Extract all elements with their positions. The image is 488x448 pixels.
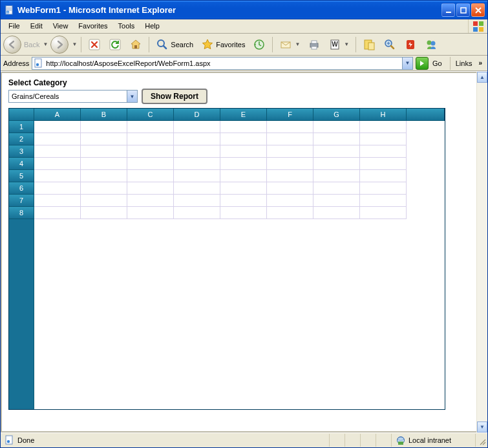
row-header[interactable]: 3	[9, 145, 34, 158]
cell[interactable]	[34, 158, 81, 170]
category-select[interactable]: Grains/Cereals ▼	[8, 90, 138, 103]
col-header-e[interactable]: E	[220, 109, 267, 121]
row-header[interactable]: 7	[9, 195, 34, 207]
refresh-button[interactable]	[106, 37, 124, 52]
java-button[interactable]	[401, 37, 419, 52]
cell[interactable]	[360, 182, 407, 195]
show-report-button[interactable]: Show Report	[142, 89, 207, 104]
forward-button[interactable]	[50, 36, 69, 54]
col-header-a[interactable]: A	[34, 109, 81, 121]
cell[interactable]	[127, 170, 174, 182]
research-button[interactable]	[381, 37, 399, 52]
cell[interactable]	[360, 145, 407, 158]
links-chevron-icon[interactable]: »	[476, 59, 485, 67]
stop-button[interactable]	[85, 37, 103, 52]
cell[interactable]	[220, 207, 267, 219]
menu-edit[interactable]: Edit	[25, 19, 48, 33]
cell[interactable]	[174, 158, 220, 170]
cell[interactable]	[313, 182, 360, 195]
cell[interactable]	[34, 145, 81, 158]
col-header-c[interactable]: C	[127, 109, 174, 121]
col-header-f[interactable]: F	[267, 109, 313, 121]
cell[interactable]	[81, 170, 127, 182]
row-header[interactable]: 4	[9, 158, 34, 170]
col-header-blank[interactable]	[407, 109, 445, 121]
cell[interactable]	[220, 170, 267, 182]
cell[interactable]	[174, 195, 220, 207]
cell[interactable]	[174, 170, 220, 182]
cell[interactable]	[313, 195, 360, 207]
cell[interactable]	[81, 133, 127, 145]
cell[interactable]	[360, 121, 407, 133]
edit-button[interactable]: W ▼	[326, 37, 352, 52]
cell[interactable]	[313, 121, 360, 133]
col-header-h[interactable]: H	[360, 109, 407, 121]
cell[interactable]	[267, 170, 313, 182]
cell[interactable]	[127, 207, 174, 219]
cell[interactable]	[127, 121, 174, 133]
cell[interactable]	[313, 207, 360, 219]
menu-help[interactable]: Help	[140, 19, 165, 33]
cell[interactable]	[34, 170, 81, 182]
cell[interactable]	[34, 133, 81, 145]
cell[interactable]	[267, 195, 313, 207]
maximize-button[interactable]	[456, 3, 470, 17]
messenger-button[interactable]	[422, 37, 440, 52]
sheet-corner[interactable]	[9, 109, 34, 121]
favorites-button[interactable]: Favorites	[198, 37, 248, 52]
select-dropdown-icon[interactable]: ▼	[127, 91, 137, 102]
links-label[interactable]: Links	[454, 59, 474, 67]
forward-dropdown-icon[interactable]: ▼	[72, 41, 77, 47]
address-dropdown-icon[interactable]: ▼	[402, 58, 412, 69]
resize-grip-icon[interactable]	[476, 434, 487, 447]
row-header[interactable]: 8	[9, 207, 34, 219]
row-header[interactable]: 6	[9, 182, 34, 195]
cell[interactable]	[81, 195, 127, 207]
cell[interactable]	[360, 133, 407, 145]
row-header[interactable]: 1	[9, 121, 34, 133]
cell[interactable]	[127, 133, 174, 145]
cell[interactable]	[267, 158, 313, 170]
close-button[interactable]	[471, 3, 485, 17]
cell[interactable]	[313, 158, 360, 170]
cell[interactable]	[267, 121, 313, 133]
cell[interactable]	[81, 145, 127, 158]
cell[interactable]	[267, 182, 313, 195]
cell[interactable]	[81, 207, 127, 219]
cell[interactable]	[174, 121, 220, 133]
menu-view[interactable]: View	[48, 19, 74, 33]
print-button[interactable]	[305, 37, 323, 52]
scroll-down-icon[interactable]: ▼	[477, 421, 487, 432]
cell[interactable]	[81, 121, 127, 133]
menu-file[interactable]: File	[3, 19, 25, 33]
home-button[interactable]	[127, 37, 145, 52]
cell[interactable]	[174, 207, 220, 219]
cell[interactable]	[220, 195, 267, 207]
cell[interactable]	[220, 133, 267, 145]
row-header[interactable]: 2	[9, 133, 34, 145]
cell[interactable]	[34, 207, 81, 219]
cell[interactable]	[127, 158, 174, 170]
menu-tools[interactable]: Tools	[113, 19, 140, 33]
address-input[interactable]: http://localhost/AsposeExcelReport/WebFo…	[32, 57, 413, 70]
minimize-button[interactable]	[441, 3, 455, 17]
mail-button[interactable]: ▼	[277, 37, 302, 52]
col-header-d[interactable]: D	[174, 109, 220, 121]
back-dropdown-icon[interactable]: ▼	[43, 41, 48, 47]
cell[interactable]	[313, 133, 360, 145]
cell[interactable]	[267, 133, 313, 145]
cell[interactable]	[220, 158, 267, 170]
cell[interactable]	[127, 145, 174, 158]
scroll-up-icon[interactable]: ▲	[477, 72, 487, 83]
col-header-g[interactable]: G	[313, 109, 360, 121]
cell[interactable]	[220, 182, 267, 195]
cell[interactable]	[360, 158, 407, 170]
cell[interactable]	[127, 182, 174, 195]
history-button[interactable]	[250, 37, 268, 52]
menu-favorites[interactable]: Favorites	[73, 19, 112, 33]
cell[interactable]	[267, 207, 313, 219]
cell[interactable]	[174, 182, 220, 195]
cell[interactable]	[81, 182, 127, 195]
row-header[interactable]: 5	[9, 170, 34, 182]
cell[interactable]	[360, 195, 407, 207]
